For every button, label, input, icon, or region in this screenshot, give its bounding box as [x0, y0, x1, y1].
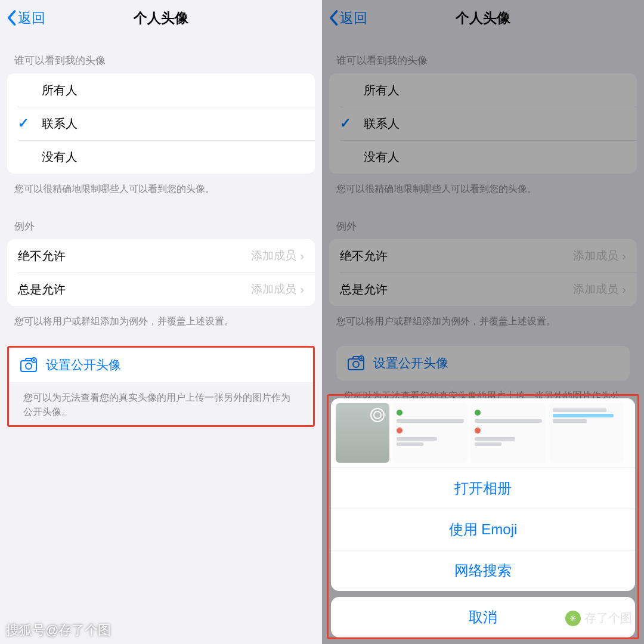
section-header-visibility: 谁可以看到我的头像 [322, 36, 644, 73]
checkmark-icon: ✓ [18, 116, 42, 131]
left-screenshot: 返回 个人头像 谁可以看到我的头像 所有人 ✓ 联系人 没有人 您可以很精确地限… [0, 0, 322, 644]
exceptions-group: 绝不允许 添加成员 › 总是允许 添加成员 › [7, 239, 315, 306]
chevron-right-icon: › [622, 283, 626, 296]
camera-icon [347, 355, 365, 371]
back-label: 返回 [340, 9, 367, 27]
svg-point-2 [26, 363, 32, 369]
wechat-icon: ✳ [565, 611, 581, 626]
exceptions-footer: 您可以将用户或群组添加为例外，并覆盖上述设置。 [0, 306, 322, 334]
sheet-option-emoji[interactable]: 使用 Emoji [331, 509, 635, 550]
watermark-left: 搜狐号@存了个图 [6, 621, 111, 639]
highlight-annotation: 打开相册 使用 Emoji 网络搜索 取消 [327, 394, 639, 639]
nav-bar: 返回 个人头像 [322, 0, 644, 36]
exception-never[interactable]: 绝不允许 添加成员 › [329, 239, 637, 273]
back-label: 返回 [18, 9, 45, 27]
option-label: 联系人 [42, 116, 304, 132]
photo-thumbnail[interactable] [393, 403, 467, 463]
back-button[interactable]: 返回 [6, 0, 45, 36]
chevron-left-icon [6, 10, 17, 26]
action-sheet: 打开相册 使用 Emoji 网络搜索 取消 [322, 389, 644, 644]
exception-always[interactable]: 总是允许 添加成员 › [7, 273, 315, 306]
exception-value: 添加成员 [251, 248, 296, 264]
exception-always[interactable]: 总是允许 添加成员 › [329, 273, 637, 306]
chevron-left-icon [328, 10, 339, 26]
option-contacts[interactable]: ✓ 联系人 [329, 107, 637, 140]
exception-label: 绝不允许 [18, 248, 251, 264]
option-nobody[interactable]: 没有人 [329, 140, 637, 174]
camera-icon [20, 357, 38, 373]
option-everyone[interactable]: 所有人 [329, 73, 637, 107]
watermark-right: ✳ 存了个图 [565, 610, 632, 626]
checkmark-icon: ✓ [340, 116, 364, 131]
visibility-footer: 您可以很精确地限制哪些人可以看到您的头像。 [0, 174, 322, 202]
highlight-annotation: 设置公开头像 您可以为无法查看您的真实头像的用户上传一张另外的图片作为公开头像。 [7, 346, 315, 426]
option-label: 所有人 [42, 82, 304, 98]
set-public-avatar-label: 设置公开头像 [46, 357, 121, 373]
photo-thumbnail[interactable] [549, 403, 624, 463]
photo-thumbnails [331, 398, 635, 467]
right-screenshot: 返回 个人头像 谁可以看到我的头像 所有人 ✓ 联系人 没有人 您可以很精确地限… [322, 0, 644, 644]
back-button[interactable]: 返回 [328, 0, 367, 36]
page-title: 个人头像 [134, 9, 188, 27]
sheet-option-gallery[interactable]: 打开相册 [331, 467, 635, 509]
chevron-right-icon: › [622, 249, 626, 263]
public-avatar-footer: 您可以为无法查看您的真实头像的用户上传一张另外的图片作为公开头像。 [9, 382, 313, 424]
option-contacts[interactable]: ✓ 联系人 [7, 107, 315, 140]
visibility-group: 所有人 ✓ 联系人 没有人 [329, 73, 637, 174]
page-title: 个人头像 [456, 9, 510, 27]
exception-never[interactable]: 绝不允许 添加成员 › [7, 239, 315, 273]
visibility-group: 所有人 ✓ 联系人 没有人 [7, 73, 315, 174]
svg-point-5 [353, 361, 359, 367]
nav-bar: 返回 个人头像 [0, 0, 322, 36]
set-public-avatar-button[interactable]: 设置公开头像 [9, 348, 313, 382]
chevron-right-icon: › [300, 283, 304, 296]
chevron-right-icon: › [300, 249, 304, 263]
section-header-exceptions: 例外 [0, 202, 322, 239]
option-nobody[interactable]: 没有人 [7, 140, 315, 174]
option-everyone[interactable]: 所有人 [7, 73, 315, 107]
camera-thumbnail[interactable] [336, 403, 389, 463]
set-public-avatar-button[interactable]: 设置公开头像 [336, 346, 630, 380]
public-avatar-group: 设置公开头像 [9, 348, 313, 382]
exception-label: 总是允许 [18, 281, 251, 298]
photo-thumbnail[interactable] [471, 403, 546, 463]
section-header-visibility: 谁可以看到我的头像 [0, 36, 322, 73]
exception-value: 添加成员 [251, 281, 296, 297]
camera-icon [370, 408, 385, 422]
option-label: 没有人 [42, 149, 304, 165]
exceptions-group: 绝不允许 添加成员 › 总是允许 添加成员 › [329, 239, 637, 306]
sheet-option-websearch[interactable]: 网络搜索 [331, 550, 635, 591]
